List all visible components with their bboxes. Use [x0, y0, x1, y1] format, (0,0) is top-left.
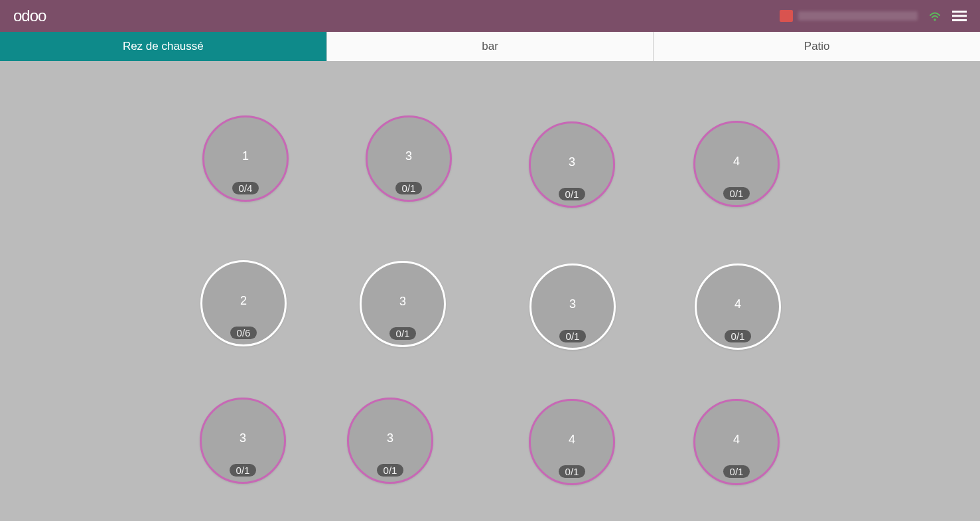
- tab-patio[interactable]: Patio: [654, 32, 980, 61]
- table-6[interactable]: 30/1: [529, 263, 616, 350]
- wifi-icon: [928, 11, 942, 21]
- svg-rect-2: [952, 15, 967, 17]
- table-label: 3: [399, 295, 406, 309]
- table-label: 4: [733, 433, 740, 447]
- table-4[interactable]: 20/6: [200, 260, 287, 346]
- table-seat-count: 0/1: [377, 464, 404, 477]
- table-label: 3: [569, 297, 576, 311]
- table-seat-count: 0/1: [725, 330, 752, 342]
- logo: odoo: [13, 7, 46, 25]
- svg-point-0: [934, 19, 936, 21]
- table-9[interactable]: 30/1: [347, 398, 433, 484]
- floor-area: 10/430/130/140/120/630/130/140/130/130/1…: [0, 61, 980, 521]
- table-10[interactable]: 40/1: [529, 399, 615, 485]
- app-header: odoo: [0, 0, 980, 32]
- table-seat-count: 0/1: [723, 465, 750, 478]
- table-seat-count: 0/1: [559, 465, 586, 478]
- table-11[interactable]: 40/1: [693, 399, 780, 485]
- svg-rect-1: [952, 11, 967, 13]
- table-label: 3: [387, 431, 393, 445]
- table-5[interactable]: 30/1: [360, 261, 446, 347]
- tab-rez-de-chausse[interactable]: Rez de chaussé: [0, 32, 327, 61]
- table-3[interactable]: 40/1: [693, 121, 780, 207]
- table-7[interactable]: 40/1: [695, 263, 781, 350]
- table-seat-count: 0/1: [559, 330, 587, 342]
- table-label: 1: [242, 149, 249, 163]
- tab-bar[interactable]: bar: [327, 32, 654, 61]
- table-0[interactable]: 10/4: [202, 115, 289, 202]
- table-seat-count: 0/1: [395, 182, 423, 194]
- table-8[interactable]: 30/1: [200, 398, 286, 484]
- table-2[interactable]: 30/1: [529, 121, 615, 208]
- table-label: 4: [569, 433, 575, 447]
- table-label: 4: [733, 155, 740, 169]
- table-label: 3: [405, 149, 412, 163]
- floor-tabs: Rez de chaussé bar Patio: [0, 32, 980, 61]
- table-seat-count: 0/4: [232, 182, 259, 194]
- table-seat-count: 0/6: [230, 327, 257, 339]
- table-1[interactable]: 30/1: [366, 115, 452, 202]
- table-label: 3: [240, 431, 246, 445]
- table-label: 2: [240, 294, 247, 308]
- user-name-blurred: [798, 11, 918, 21]
- table-label: 4: [735, 297, 741, 311]
- user-avatar: [780, 10, 793, 22]
- svg-rect-3: [952, 19, 967, 21]
- table-seat-count: 0/1: [559, 188, 586, 200]
- table-seat-count: 0/1: [230, 464, 257, 477]
- table-seat-count: 0/1: [723, 187, 750, 200]
- user-info[interactable]: [780, 10, 918, 22]
- table-label: 3: [569, 155, 575, 169]
- header-right: [780, 10, 967, 22]
- menu-icon[interactable]: [952, 10, 967, 22]
- table-seat-count: 0/1: [389, 327, 417, 340]
